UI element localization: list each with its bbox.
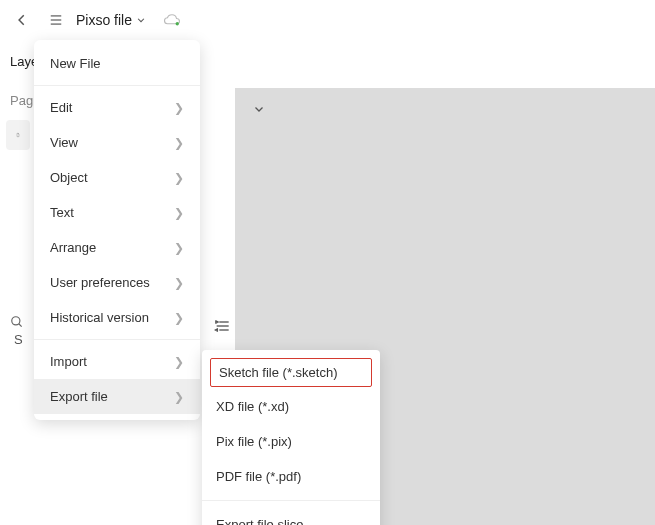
chevron-right-icon: ❯: [174, 136, 184, 150]
chevron-down-icon: [136, 15, 146, 25]
svg-point-3: [176, 22, 179, 25]
menu-label: Arrange: [50, 240, 96, 255]
submenu-sketch[interactable]: Sketch file (*.sketch): [210, 358, 372, 387]
export-submenu: Sketch file (*.sketch) XD file (*.xd) Pi…: [202, 350, 380, 525]
chevron-right-icon: ❯: [174, 101, 184, 115]
menu-label: Historical version: [50, 310, 149, 325]
search-icon: [10, 315, 24, 329]
menu-separator: [34, 85, 200, 86]
menu-separator: [34, 339, 200, 340]
menu-label: Object: [50, 170, 88, 185]
submenu-export-slice[interactable]: Export file slice: [202, 507, 380, 525]
submenu-pix[interactable]: Pix file (*.pix): [202, 424, 380, 459]
chevron-right-icon: ❯: [174, 355, 184, 369]
cloud-sync-icon[interactable]: [158, 6, 186, 34]
chevron-right-icon: ❯: [174, 390, 184, 404]
chevron-right-icon: ❯: [174, 311, 184, 325]
submenu-separator: [202, 500, 380, 501]
submenu-xd[interactable]: XD file (*.xd): [202, 389, 380, 424]
chevron-down-icon: [253, 103, 265, 115]
menu-view[interactable]: View ❯: [34, 125, 200, 160]
app-header: Pixso file: [0, 0, 655, 40]
menu-user-preferences[interactable]: User preferences ❯: [34, 265, 200, 300]
menu-button[interactable]: [42, 6, 70, 34]
menu-historical-version[interactable]: Historical version ❯: [34, 300, 200, 335]
menu-label: Edit: [50, 100, 72, 115]
menu-object[interactable]: Object ❯: [34, 160, 200, 195]
submenu-label: Pix file (*.pix): [216, 434, 292, 449]
menu-export-file[interactable]: Export file ❯: [34, 379, 200, 414]
page-icon: [16, 128, 20, 142]
submenu-pdf[interactable]: PDF file (*.pdf): [202, 459, 380, 494]
svg-line-5: [19, 324, 22, 327]
menu-label: View: [50, 135, 78, 150]
canvas-collapse-button[interactable]: [248, 98, 270, 120]
main-menu: New File Edit ❯ View ❯ Object ❯ Text ❯ A…: [34, 40, 200, 420]
page-item[interactable]: [6, 120, 30, 150]
search-placeholder: S: [14, 332, 23, 347]
file-title-dropdown[interactable]: Pixso file: [76, 12, 146, 28]
menu-label: Import: [50, 354, 87, 369]
submenu-label: XD file (*.xd): [216, 399, 289, 414]
menu-label: New File: [50, 56, 101, 71]
menu-new-file[interactable]: New File: [34, 46, 200, 81]
submenu-label: Sketch file (*.sketch): [219, 365, 338, 380]
chevron-right-icon: ❯: [174, 276, 184, 290]
search-button[interactable]: S: [0, 302, 36, 358]
pages-label: Pag: [0, 83, 36, 118]
submenu-label: Export file slice: [216, 517, 303, 525]
menu-edit[interactable]: Edit ❯: [34, 90, 200, 125]
menu-label: Text: [50, 205, 74, 220]
svg-point-4: [12, 317, 20, 325]
file-title-text: Pixso file: [76, 12, 132, 28]
chevron-right-icon: ❯: [174, 241, 184, 255]
list-toggle-button[interactable]: [214, 319, 230, 333]
menu-label: User preferences: [50, 275, 150, 290]
menu-arrange[interactable]: Arrange ❯: [34, 230, 200, 265]
chevron-right-icon: ❯: [174, 171, 184, 185]
layers-tab[interactable]: Laye: [0, 40, 36, 83]
submenu-label: PDF file (*.pdf): [216, 469, 301, 484]
menu-text[interactable]: Text ❯: [34, 195, 200, 230]
menu-label: Export file: [50, 389, 108, 404]
chevron-right-icon: ❯: [174, 206, 184, 220]
back-button[interactable]: [8, 6, 36, 34]
left-sidebar: Laye Pag S: [0, 40, 36, 525]
menu-import[interactable]: Import ❯: [34, 344, 200, 379]
